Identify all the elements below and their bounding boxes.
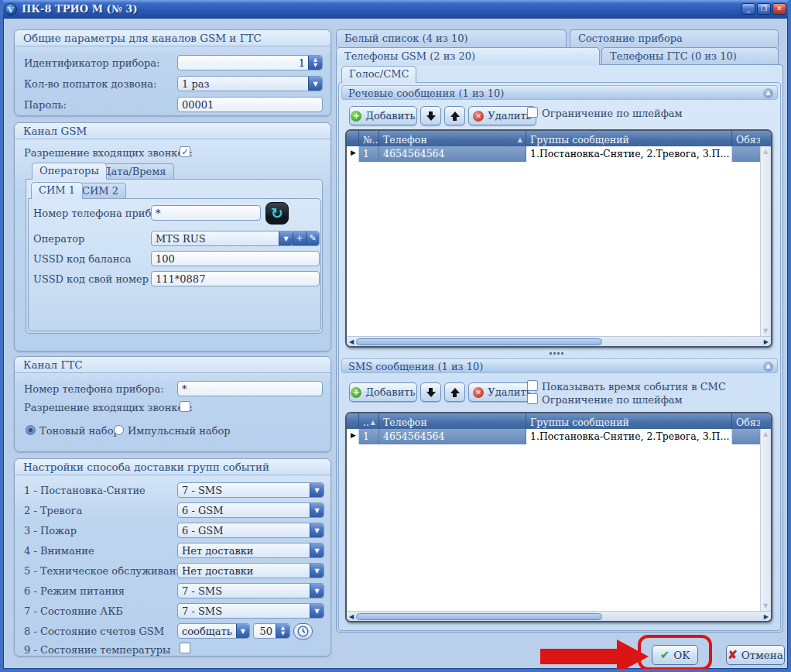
gsm-incoming-checkbox[interactable]: ✓: [180, 146, 190, 157]
sms-horizontal-scrollbar[interactable]: ◀▶: [347, 611, 771, 621]
operator-label: Оператор: [33, 233, 84, 245]
delete-x-icon: ✕: [473, 111, 484, 122]
sms-table: ..▲ Телефон Группы сообщений Обяз ▶ 1 46…: [345, 412, 772, 622]
voice-sms-panel: Речевые сообщения (1 из 10) ▲ + Добавить…: [338, 82, 781, 631]
gsm-accounts-select[interactable]: сообщать▼: [177, 623, 250, 639]
sms-table-header[interactable]: ..▲ Телефон Группы сообщений Обяз: [347, 413, 771, 429]
delivery-select-6[interactable]: 7 - SMS▼: [177, 583, 324, 598]
sms-add-button[interactable]: + Добавить: [349, 382, 417, 402]
minimize-button[interactable]: _: [741, 3, 755, 15]
chevron-down-icon[interactable]: ▼: [310, 604, 324, 618]
delivery-label-4: 4 - Внимание: [24, 545, 94, 557]
gsm-phone-input[interactable]: *: [151, 205, 261, 221]
sms-section-header[interactable]: SMS сообщения (1 из 10) ▲: [341, 358, 778, 373]
chevron-down-icon[interactable]: ▼: [310, 543, 324, 557]
annotation-arrow: [540, 649, 618, 664]
gts-incoming-checkbox[interactable]: [180, 401, 190, 412]
voice-move-up-button[interactable]: [444, 106, 465, 125]
app-window: V ПК-8 ТРИО М (№ 3) _ ❐ ✕ Общие параметр…: [0, 0, 791, 672]
gts-phone-input[interactable]: *: [177, 381, 323, 396]
tab-datetime[interactable]: Дата/Время: [95, 163, 174, 180]
tab-whitelist[interactable]: Белый список (4 из 10): [336, 29, 567, 47]
threshold-spin-buttons[interactable]: ▲▼: [276, 624, 289, 638]
cancel-button[interactable]: ✘ Отмена: [726, 645, 785, 665]
voice-add-button[interactable]: + Добавить: [349, 106, 417, 125]
scrollbar-thumb[interactable]: [356, 338, 602, 345]
sms-show-time-checkbox[interactable]: [527, 380, 538, 391]
sms-vertical-scrollbar[interactable]: ▲▼: [760, 429, 771, 611]
tone-dial-label: Тоновый набор: [39, 425, 120, 437]
sms-move-down-button[interactable]: [420, 382, 441, 402]
table-row[interactable]: ▶ 1 4654564564 1.Постановка-Снятие, 2.Тр…: [347, 146, 771, 162]
tab-voice-sms[interactable]: Голос/СМС: [341, 66, 416, 83]
row-pointer-icon: ▶: [347, 146, 359, 162]
chevron-down-icon[interactable]: ▼: [310, 523, 324, 537]
password-input[interactable]: 00001: [177, 97, 323, 112]
tab-operators[interactable]: Операторы: [32, 163, 107, 180]
device-id-spinner[interactable]: 1 ▲▼: [177, 55, 323, 70]
voice-vertical-scrollbar[interactable]: ▲▼: [760, 146, 771, 336]
delivery-label-3: 3 - Пожар: [24, 525, 77, 537]
delivery-select-4[interactable]: Нет доставки▼: [177, 543, 324, 558]
table-row[interactable]: ▶ 1 4654564564 1.Постановка-Снятие, 2.Тр…: [347, 429, 771, 444]
group-gts-title: Канал ГТС: [15, 357, 330, 373]
operators-tab-panel: СИМ 1 СИМ 2 Номер телефона прибора: * ↻ …: [26, 179, 323, 334]
chevron-down-icon[interactable]: ▼: [310, 483, 324, 497]
chevron-down-icon[interactable]: ▼: [310, 503, 324, 517]
operator-select[interactable]: MTS RUS ▼ + ✎: [151, 231, 320, 246]
title-bar[interactable]: V ПК-8 ТРИО М (№ 3) _ ❐ ✕: [0, 0, 791, 19]
delivery-select-1[interactable]: 7 - SMS▼: [177, 482, 324, 498]
plus-icon: +: [351, 111, 361, 122]
edit-pencil-icon[interactable]: ✎: [306, 231, 319, 245]
tab-gsm-phones[interactable]: Телефоны GSM (2 из 20): [336, 47, 600, 65]
chevron-down-icon[interactable]: ▼: [310, 584, 324, 598]
sms-move-up-button[interactable]: [444, 382, 465, 402]
scrollbar-thumb[interactable]: [356, 613, 602, 620]
delivery-select-3[interactable]: 6 - GSM▼: [177, 523, 324, 538]
delivery-select-7[interactable]: 7 - SMS▼: [177, 603, 324, 619]
window-title: ПК-8 ТРИО М (№ 3): [22, 3, 138, 15]
add-operator-icon[interactable]: +: [293, 231, 306, 245]
splitter-grip[interactable]: [550, 352, 563, 355]
ussd-number-input[interactable]: 111*0887: [151, 271, 320, 286]
voice-loops-checkbox[interactable]: [527, 107, 538, 118]
chevron-down-icon[interactable]: ▼: [236, 624, 249, 638]
ussd-balance-input[interactable]: 100: [151, 251, 320, 266]
gsm-accounts-threshold-spinner[interactable]: 50 ▲▼: [253, 623, 290, 639]
close-button[interactable]: ✕: [772, 3, 786, 15]
voice-horizontal-scrollbar[interactable]: ◀▶: [347, 336, 771, 346]
voice-table-header[interactable]: №.. Телефон▲ Группы сообщений Обяз: [347, 131, 771, 146]
sms-delete-button[interactable]: ✕ Удалить: [468, 382, 536, 402]
delivery-label-2: 2 - Тревога: [24, 505, 82, 516]
collapse-up-icon[interactable]: ▲: [763, 88, 773, 98]
maximize-button[interactable]: ❐: [757, 3, 771, 15]
password-value: 00001: [178, 99, 217, 111]
delivery-select-2[interactable]: 6 - GSM▼: [177, 502, 324, 518]
chevron-down-icon[interactable]: ▼: [310, 564, 324, 578]
refresh-icon[interactable]: ↻: [265, 202, 289, 225]
tab-gts-phones[interactable]: Телефоны ГТС (0 из 10): [601, 47, 779, 65]
pulse-dial-radio[interactable]: [114, 425, 124, 435]
collapse-up-icon[interactable]: ▲: [763, 362, 773, 372]
device-id-spin-buttons[interactable]: ▲▼: [308, 56, 322, 70]
sms-show-time-label: Показывать время события в СМС: [542, 381, 726, 393]
clock-icon[interactable]: [293, 623, 313, 639]
tab-device-state[interactable]: Состояние прибора: [570, 29, 779, 47]
delivery-label-5: 5 - Техническое обслуживание: [24, 565, 189, 577]
arrow-down-icon: [426, 388, 436, 397]
chevron-down-icon[interactable]: ▼: [308, 77, 322, 91]
voice-move-down-button[interactable]: [420, 106, 441, 125]
voice-delete-button[interactable]: ✕ Удалить: [468, 106, 536, 125]
dial-attempts-select[interactable]: 1 раз ▼: [177, 76, 323, 91]
annotation-arrow-head: [617, 639, 649, 672]
temperature-checkbox[interactable]: [180, 643, 190, 653]
voice-section-title: Речевые сообщения (1 из 10): [348, 87, 504, 99]
delivery-select-5[interactable]: Нет доставки▼: [177, 563, 324, 578]
chevron-down-icon[interactable]: ▼: [279, 231, 293, 245]
voice-section-header[interactable]: Речевые сообщения (1 из 10) ▲: [341, 85, 778, 100]
gts-incoming-label: Разрешение входящих звонков:: [24, 402, 193, 413]
sms-loops-checkbox[interactable]: [527, 393, 538, 404]
tone-dial-radio[interactable]: [26, 425, 36, 435]
tab-sim1[interactable]: СИМ 1: [31, 182, 83, 199]
dial-attempts-value: 1 раз: [178, 78, 308, 90]
